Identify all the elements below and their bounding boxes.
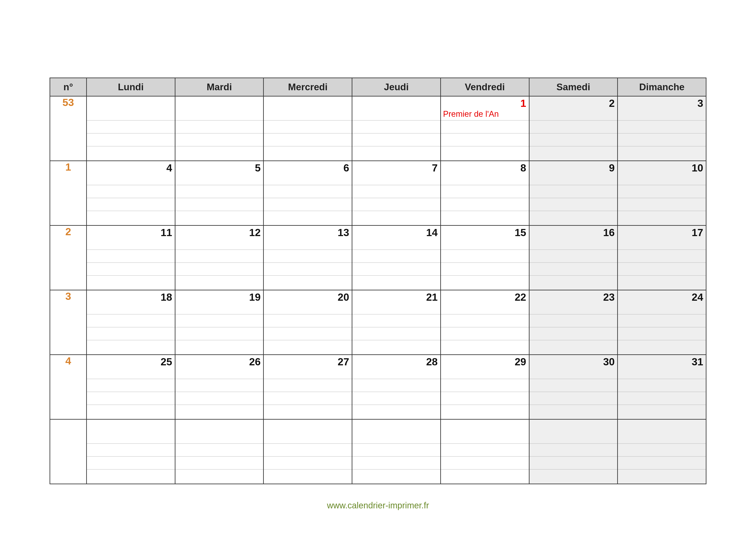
day-cell: 20 <box>263 290 352 355</box>
writing-lines <box>352 443 440 484</box>
day-number: 7 <box>432 162 438 174</box>
calendar-week-row <box>50 420 706 484</box>
writing-lines <box>264 314 352 354</box>
writing-lines <box>441 185 529 225</box>
day-number: 29 <box>515 356 526 368</box>
writing-lines <box>618 379 706 419</box>
day-cell: 27 <box>263 355 352 420</box>
writing-lines <box>176 185 263 225</box>
day-cell-inner <box>264 420 352 484</box>
day-cell <box>529 420 618 484</box>
day-number: 10 <box>692 162 703 174</box>
day-cell: 16 <box>529 225 618 290</box>
week-number-header: n° <box>50 78 87 96</box>
day-header-wednesday: Mercredi <box>263 78 352 96</box>
writing-lines <box>264 249 352 290</box>
day-number: 6 <box>343 162 349 174</box>
day-cell <box>87 96 175 161</box>
week-number-cell <box>50 420 87 484</box>
day-cell: 23 <box>529 290 618 355</box>
day-cell-inner: 24 <box>618 291 706 354</box>
day-number: 13 <box>338 227 349 239</box>
day-cell <box>263 96 352 161</box>
writing-lines <box>352 249 440 290</box>
week-number-cell: 4 <box>50 355 87 420</box>
day-cell <box>263 420 352 484</box>
day-cell-inner <box>618 420 706 484</box>
day-cell-inner: 25 <box>87 355 175 419</box>
writing-lines <box>529 185 617 225</box>
day-cell: 6 <box>263 161 352 225</box>
writing-lines <box>441 379 529 419</box>
day-header-sunday: Dimanche <box>618 78 706 96</box>
writing-lines <box>618 249 706 290</box>
writing-lines <box>87 314 175 354</box>
day-cell: 21 <box>352 290 441 355</box>
day-number: 23 <box>603 291 615 303</box>
writing-lines <box>352 120 440 161</box>
day-cell <box>175 420 263 484</box>
week-number-cell: 3 <box>50 290 87 355</box>
writing-lines <box>441 249 529 290</box>
week-number-cell: 53 <box>50 96 87 161</box>
day-cell-inner: 4 <box>87 161 175 225</box>
day-cell: 17 <box>618 225 706 290</box>
day-cell: 10 <box>618 161 706 225</box>
day-cell: 7 <box>352 161 441 225</box>
day-number: 20 <box>338 291 349 303</box>
day-number: 1 <box>521 97 526 109</box>
day-cell-inner: 20 <box>264 291 352 354</box>
writing-lines <box>352 379 440 419</box>
day-cell <box>87 420 175 484</box>
day-cell: 5 <box>175 161 263 225</box>
footer-url: www.calendrier-imprimer.fr <box>0 501 756 510</box>
day-cell-inner <box>352 420 440 484</box>
day-cell-inner: 21 <box>352 291 440 354</box>
writing-lines <box>529 120 617 161</box>
day-cell: 30 <box>529 355 618 420</box>
writing-lines <box>352 314 440 354</box>
day-cell-inner: 19 <box>176 291 263 354</box>
day-event-label: Premier de l'An <box>443 110 499 119</box>
day-cell-inner: 15 <box>441 226 529 290</box>
writing-lines <box>618 120 706 161</box>
day-cell: 8 <box>441 161 529 225</box>
day-cell-inner: 22 <box>441 291 529 354</box>
day-cell-inner: 5 <box>176 161 263 225</box>
writing-lines <box>264 185 352 225</box>
day-number: 14 <box>426 227 438 239</box>
day-number: 17 <box>692 227 703 239</box>
day-number: 9 <box>609 162 615 174</box>
day-cell-inner: 14 <box>352 226 440 290</box>
day-number: 8 <box>521 162 526 174</box>
day-cell <box>352 420 441 484</box>
calendar-header-row: n° Lundi Mardi Mercredi Jeudi Vendredi S… <box>50 78 706 96</box>
day-cell: 14 <box>352 225 441 290</box>
writing-lines <box>87 379 175 419</box>
day-cell-inner: 23 <box>529 291 617 354</box>
writing-lines <box>529 314 617 354</box>
day-cell: 28 <box>352 355 441 420</box>
day-number: 27 <box>338 356 349 368</box>
writing-lines <box>87 185 175 225</box>
day-cell-inner <box>176 420 263 484</box>
writing-lines <box>176 249 263 290</box>
writing-lines <box>618 443 706 484</box>
day-cell: 24 <box>618 290 706 355</box>
day-number: 25 <box>161 356 172 368</box>
day-number: 19 <box>249 291 260 303</box>
day-number: 5 <box>255 162 261 174</box>
day-cell: 4 <box>87 161 175 225</box>
day-number: 18 <box>161 291 172 303</box>
day-cell-inner: 13 <box>264 226 352 290</box>
day-cell: 31 <box>618 355 706 420</box>
day-cell-inner <box>87 96 175 161</box>
day-header-friday: Vendredi <box>441 78 529 96</box>
writing-lines <box>87 443 175 484</box>
day-cell-inner <box>87 420 175 484</box>
day-header-saturday: Samedi <box>529 78 618 96</box>
day-header-monday: Lundi <box>87 78 175 96</box>
writing-lines <box>176 314 263 354</box>
day-cell-inner: 12 <box>176 226 263 290</box>
writing-lines <box>176 120 263 161</box>
